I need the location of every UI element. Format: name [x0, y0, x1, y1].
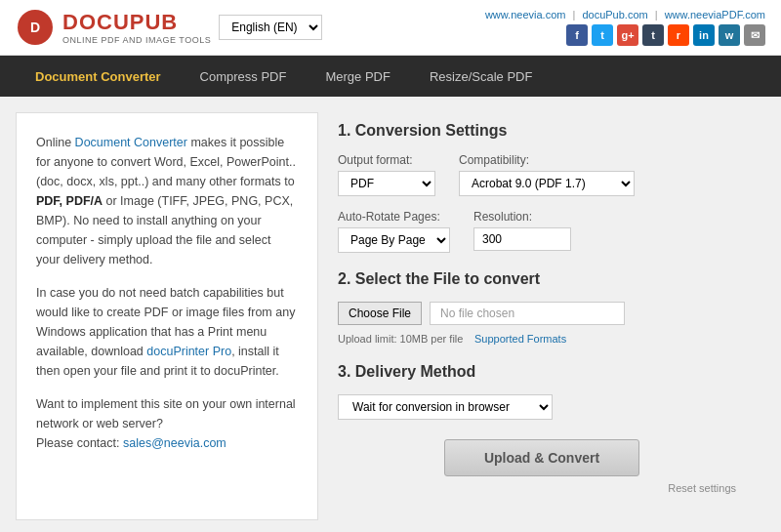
section1-title: 1. Conversion Settings: [338, 122, 746, 140]
nav-bar: Document Converter Compress PDF Merge PD…: [0, 56, 781, 97]
choose-file-button[interactable]: Choose File: [338, 302, 422, 325]
logo-text: DOCUPUB ONLINE PDF AND IMAGE TOOLS: [62, 10, 211, 45]
output-compatibility-row: Output format: PDF PDF/A TIFF JPEG PNG P…: [338, 153, 746, 196]
supported-formats-link[interactable]: Supported Formats: [474, 333, 566, 345]
twitter-icon[interactable]: t: [592, 24, 613, 46]
separator2: |: [655, 9, 658, 20]
delivery-method-row: Wait for conversion in browser Email Dow…: [338, 394, 746, 420]
top-bar: D DOCUPUB ONLINE PDF AND IMAGE TOOLS Eng…: [0, 0, 781, 56]
linkedin-icon[interactable]: in: [693, 24, 715, 46]
reset-settings-link[interactable]: Reset settings: [338, 482, 736, 494]
docuprinter-link[interactable]: docuPrinter Pro: [146, 345, 231, 358]
section-delivery-method: 3. Delivery Method Wait for conversion i…: [338, 363, 746, 420]
facebook-icon[interactable]: f: [566, 24, 588, 46]
intro-paragraph: Online Document Converter makes it possi…: [36, 133, 298, 269]
contact-paragraph: Want to implement this site on your own …: [36, 394, 298, 453]
resolution-label: Resolution:: [473, 210, 571, 224]
autorotate-group: Auto-Rotate Pages: Page By Page None All: [338, 210, 450, 253]
autorotate-label: Auto-Rotate Pages:: [338, 210, 450, 224]
compatibility-label: Compatibility:: [459, 153, 635, 167]
docuprinter-paragraph: In case you do not need batch capabiliti…: [36, 283, 298, 381]
resolution-group: Resolution:: [473, 210, 571, 253]
neevia-link[interactable]: www.neevia.com: [485, 9, 566, 20]
output-format-label: Output format:: [338, 153, 435, 167]
nav-merge-pdf[interactable]: Merge PDF: [306, 58, 409, 96]
upload-convert-button[interactable]: Upload & Convert: [444, 439, 639, 476]
section-conversion-settings: 1. Conversion Settings Output format: PD…: [338, 122, 746, 253]
docupub-link[interactable]: docuPub.com: [582, 9, 647, 20]
resolution-input[interactable]: [473, 227, 571, 251]
logo-subtitle: ONLINE PDF AND IMAGE TOOLS: [62, 35, 211, 45]
section2-title: 2. Select the File to convert: [338, 270, 746, 288]
logo-name: DOCUPUB: [62, 10, 211, 35]
file-name-display: No file chosen: [430, 302, 625, 325]
tumblr-icon[interactable]: t: [642, 24, 664, 46]
top-links: www.neevia.com | docuPub.com | www.neevi…: [485, 9, 765, 20]
delivery-method-select[interactable]: Wait for conversion in browser Email Dow…: [338, 394, 553, 420]
file-chooser-row: Choose File No file chosen: [338, 302, 746, 325]
top-right: www.neevia.com | docuPub.com | www.neevi…: [485, 9, 765, 46]
compatibility-group: Compatibility: Acrobat 9.0 (PDF 1.7) Acr…: [459, 153, 635, 196]
autorotate-resolution-row: Auto-Rotate Pages: Page By Page None All…: [338, 210, 746, 253]
main-content: Online Document Converter makes it possi…: [0, 97, 781, 532]
output-format-select[interactable]: PDF PDF/A TIFF JPEG PNG PCX BMP: [338, 171, 435, 196]
upload-info-row: Upload limit: 10MB per file Supported Fo…: [338, 331, 746, 346]
wordpress-icon[interactable]: w: [719, 24, 740, 46]
left-panel: Online Document Converter makes it possi…: [16, 112, 318, 520]
logo-area: D DOCUPUB ONLINE PDF AND IMAGE TOOLS Eng…: [16, 8, 322, 47]
section-select-file: 2. Select the File to convert Choose Fil…: [338, 270, 746, 346]
sales-email-link[interactable]: sales@neevia.com: [123, 436, 226, 450]
social-icons-bar: f t g+ t r in w ✉: [566, 24, 765, 46]
googleplus-icon[interactable]: g+: [617, 24, 638, 46]
nav-resize-pdf[interactable]: Resize/Scale PDF: [410, 58, 552, 96]
email-icon[interactable]: ✉: [744, 24, 765, 46]
nav-compress-pdf[interactable]: Compress PDF: [181, 58, 307, 96]
svg-text:D: D: [30, 20, 40, 35]
neeviapdf-link[interactable]: www.neeviaPDF.com: [665, 9, 765, 20]
right-panel: 1. Conversion Settings Output format: PD…: [318, 112, 765, 520]
doc-converter-link[interactable]: Document Converter: [75, 136, 187, 149]
output-format-group: Output format: PDF PDF/A TIFF JPEG PNG P…: [338, 153, 435, 196]
logo-icon: D: [16, 8, 55, 47]
logo-suffix: PUB: [130, 10, 178, 34]
upload-limit-text: Upload limit: 10MB per file: [338, 333, 463, 345]
autorotate-select[interactable]: Page By Page None All: [338, 227, 450, 253]
compatibility-select[interactable]: Acrobat 9.0 (PDF 1.7) Acrobat 8.0 (PDF 1…: [459, 171, 635, 196]
section3-title: 3. Delivery Method: [338, 363, 746, 381]
separator1: |: [573, 9, 576, 20]
language-select[interactable]: English (EN): [219, 15, 322, 40]
nav-document-converter[interactable]: Document Converter: [16, 58, 181, 96]
reddit-icon[interactable]: r: [668, 24, 689, 46]
logo-prefix: DOCU: [62, 10, 130, 34]
